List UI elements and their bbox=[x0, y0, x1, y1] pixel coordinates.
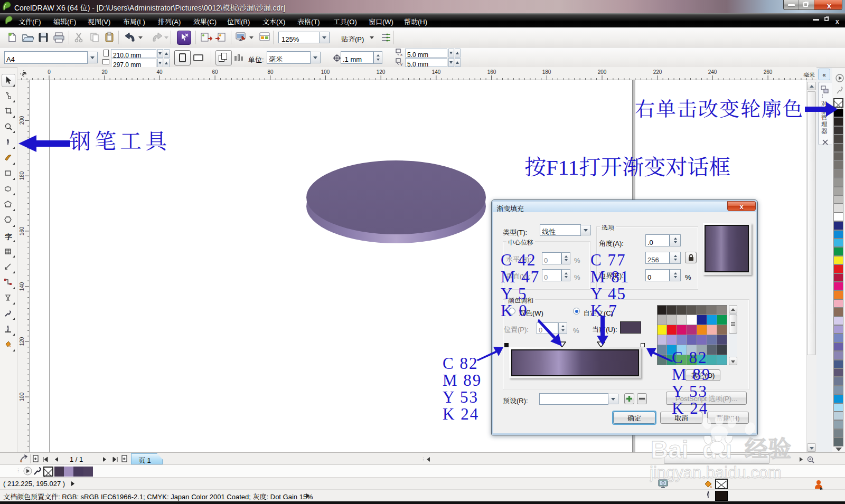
svg-text:100: 100 bbox=[19, 392, 25, 401]
svg-text:x: x bbox=[400, 52, 402, 56]
svg-text:160: 160 bbox=[19, 226, 25, 235]
svg-text:200: 200 bbox=[19, 116, 25, 125]
svg-text:y: y bbox=[400, 62, 402, 66]
svg-text:180: 180 bbox=[19, 171, 25, 180]
svg-text:120: 120 bbox=[19, 337, 25, 346]
svg-text:140: 140 bbox=[19, 282, 25, 291]
